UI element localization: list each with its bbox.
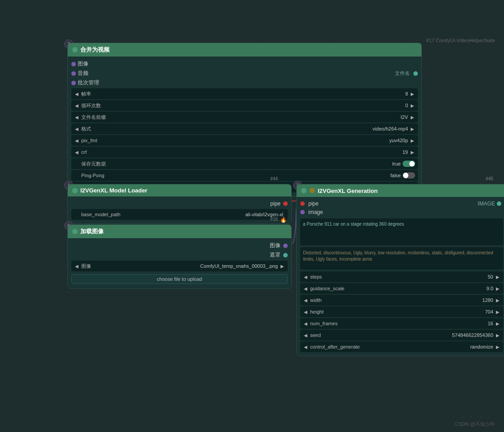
ctrl-steps-right[interactable]: ▶: [495, 275, 500, 279]
ctrl-height-left[interactable]: ◀: [303, 310, 308, 314]
node-header-video[interactable]: 合并为视频: [68, 43, 421, 57]
slot-dot-pipe-left: [300, 201, 305, 206]
slot-label-batch: 批次管理: [78, 79, 99, 87]
slot-image: 图像: [68, 59, 421, 69]
slot-audio: 音频 文件名: [68, 69, 421, 78]
node-gen: 2 #45 ⚙ I2VGenXL Generation pipe IMAGE: [296, 184, 504, 356]
ctrl-filename-prefix: ◀ 文件名前缀 I2V ▶: [71, 112, 418, 122]
ctrl-crf-right[interactable]: ▶: [410, 150, 415, 155]
ctrl-prefix-left[interactable]: ◀: [74, 115, 79, 120]
node-image-flame: 🔥: [280, 217, 287, 223]
ctrl-pingpong-value: false: [389, 173, 403, 178]
ctrl-imagefile-left[interactable]: ◀: [74, 264, 79, 269]
ctrl-guidance-left[interactable]: ◀: [303, 286, 308, 291]
ctrl-control-after: ◀ control_after_generate randomize ▶: [300, 341, 503, 352]
node-video: 3 合并为视频 图像 音频 文件名 批次管理 ◀: [67, 43, 422, 196]
ctrl-seed-right[interactable]: ▶: [495, 333, 500, 338]
ctrl-seed-left[interactable]: ◀: [303, 333, 308, 338]
ctrl-numframes-right[interactable]: ▶: [495, 321, 500, 326]
ctrl-modelpath-label: base_model_path: [79, 212, 244, 217]
slot-pipe-left: pipe: [300, 201, 319, 207]
slot-dot-image: [71, 62, 76, 66]
ctrl-width-right[interactable]: ▶: [495, 298, 500, 303]
ctrl-numframes-label: num_frames: [308, 321, 486, 326]
slot-mask-out-label: 遮罩: [270, 251, 280, 259]
node-icon-gen: [301, 188, 307, 193]
positive-prompt[interactable]: a Porsche 911 car on a stage rotating 36…: [300, 218, 503, 245]
ctrl-height-label: height: [308, 309, 483, 314]
slot-image-left: image: [297, 208, 504, 217]
ctrl-modelpath-value: ali-vilab/i2vgen-xl: [244, 212, 285, 217]
ctrl-loop-right[interactable]: ▶: [410, 103, 415, 108]
ctrl-crf-left[interactable]: ◀: [74, 150, 79, 155]
node-title-image: 加载图像: [80, 227, 104, 236]
slot-right-filename: 文件名: [88, 70, 412, 77]
ctrl-framerate-right[interactable]: ▶: [410, 92, 415, 96]
ctrl-framerate-value: 8: [403, 91, 410, 96]
ctrl-numframes: ◀ num_frames 16 ▶: [300, 318, 503, 329]
ctrl-framerate-left[interactable]: ◀: [74, 92, 79, 96]
node-icon-video: [72, 47, 78, 52]
slot-dot-image-out: [283, 244, 288, 248]
node-title-gen: I2VGenXL Generation: [318, 188, 377, 194]
ctrl-crf-value: 19: [401, 149, 410, 155]
slot-image-left-label: image: [308, 209, 323, 215]
ctrl-steps-value: 50: [486, 274, 495, 279]
ctrl-guidance-label: guidance_scale: [308, 286, 485, 291]
ctrl-savemeta-toggle[interactable]: [403, 161, 415, 167]
ctrl-pixfmt-label: pix_fmt: [79, 138, 387, 143]
ctrl-seed: ◀ seed 574846622854360 ▶: [300, 330, 503, 340]
ctrl-imagefile-label: 图像: [79, 263, 198, 270]
slot-batch: 批次管理: [68, 78, 421, 87]
slot-label-image: 图像: [78, 60, 88, 68]
ctrl-controlafter-label: control_after_generate: [308, 344, 469, 349]
ctrl-width-label: width: [308, 297, 481, 303]
ctrl-image-file: ◀ 图像 ComfyUI_temp_vnahs_00003_.png ▶: [71, 261, 288, 271]
ctrl-height-right[interactable]: ▶: [495, 310, 500, 314]
ctrl-numframes-left[interactable]: ◀: [303, 321, 308, 326]
ctrl-width: ◀ width 1280 ▶: [300, 295, 503, 305]
ctrl-seed-label: seed: [308, 332, 450, 338]
ctrl-format-right[interactable]: ▶: [410, 127, 415, 131]
ctrl-controlafter-right[interactable]: ▶: [495, 345, 500, 349]
node-body-image: 图像 遮罩 ◀ 图像 ComfyUI_temp_vnahs_00003_.png…: [68, 238, 291, 288]
slot-dot-mask-out: [283, 253, 288, 257]
watermark-top: #17 ComfyUI-VideoHelperSuite: [426, 38, 495, 43]
negative-prompt[interactable]: Distorted, discontinuous, Ugly, blurry, …: [300, 247, 503, 270]
ctrl-width-left[interactable]: ◀: [303, 298, 308, 303]
ctrl-guidance-right[interactable]: ▶: [495, 286, 500, 291]
slot-dot-batch: [71, 81, 76, 85]
slot-dot-image-left: [300, 210, 305, 214]
ctrl-imagefile-right[interactable]: ▶: [280, 264, 285, 269]
ctrl-steps-label: steps: [308, 274, 486, 279]
ctrl-imagefile-value: ComfyUI_temp_vnahs_00003_.png: [198, 263, 280, 269]
node-title-video: 合并为视频: [80, 46, 110, 54]
ctrl-pingpong-toggle[interactable]: [403, 172, 415, 179]
ctrl-prefix-right[interactable]: ▶: [410, 115, 415, 120]
node-icon-loader: [72, 188, 78, 193]
ctrl-savemeta-label: 保存元数据: [79, 161, 390, 167]
ctrl-loop-left[interactable]: ◀: [74, 103, 79, 108]
upload-button[interactable]: choose file to upload: [71, 274, 288, 284]
slot-label-audio: 音频: [78, 70, 88, 77]
ctrl-prefix-value: I2V: [399, 114, 410, 120]
ctrl-steps-left[interactable]: ◀: [303, 275, 308, 279]
ctrl-savemeta-value: true: [390, 161, 403, 166]
node-header-loader[interactable]: I2VGenXL Model Loader: [68, 184, 291, 196]
slot-pipe-left-label: pipe: [308, 201, 319, 207]
ctrl-controlafter-left[interactable]: ◀: [303, 345, 308, 349]
node-gen-id-badge: #45: [486, 176, 493, 181]
node-header-image[interactable]: 加载图像: [68, 225, 291, 238]
ctrl-prefix-label: 文件名前缀: [79, 114, 399, 121]
slot-image-out-label: 图像: [270, 242, 280, 249]
ctrl-format-left[interactable]: ◀: [74, 127, 79, 131]
node-title-loader: I2VGenXL Model Loader: [80, 187, 147, 194]
slot-mask-out: 遮罩: [68, 250, 291, 260]
slot-pipe-label: pipe: [270, 201, 280, 207]
node-body-video: 图像 音频 文件名 批次管理 ◀ 帧率 8 ▶ ◀ 循环次数: [68, 57, 421, 196]
ctrl-width-value: 1280: [481, 297, 495, 303]
ctrl-pixfmt-left[interactable]: ◀: [74, 138, 79, 143]
ctrl-format-label: 格式: [79, 126, 371, 132]
ctrl-pixfmt-right[interactable]: ▶: [410, 138, 415, 143]
node-header-gen[interactable]: ⚙ I2VGenXL Generation: [297, 184, 504, 197]
